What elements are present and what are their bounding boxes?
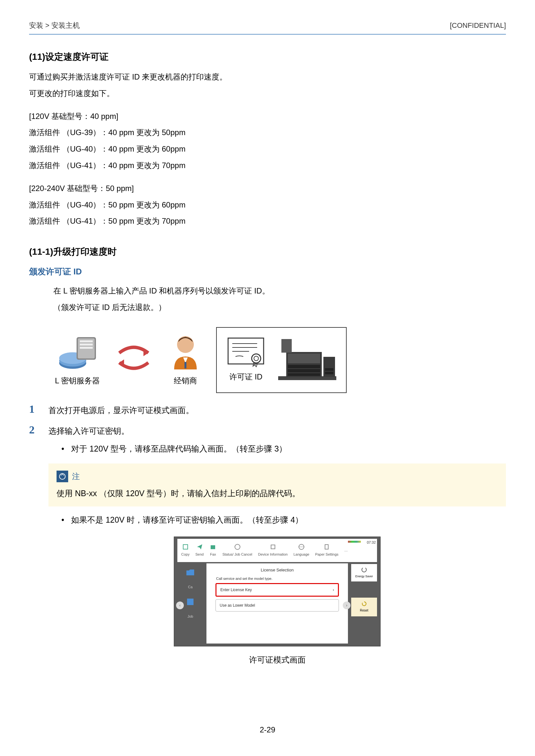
printer-icon: [278, 334, 336, 386]
svg-rect-21: [288, 365, 320, 368]
group-2-header: [220-240V 基础型号：50 ppm]: [29, 182, 506, 195]
section-11-intro-2: 可更改的打印速度如下。: [29, 87, 506, 100]
indent-block: 在 L 密钥服务器上输入产品 ID 和机器序列号以颁发许可证 ID。 （颁发许可…: [29, 284, 506, 314]
svg-rect-36: [187, 598, 193, 605]
note-box: 注 使用 NB-xx （仅限 120V 型号）时，请输入信封上印刷的品牌代码。: [48, 463, 506, 507]
toolbar-send[interactable]: Send: [195, 543, 204, 558]
toolbar-fax[interactable]: Fax: [209, 543, 216, 558]
toolbar-language[interactable]: Language: [293, 543, 309, 558]
certificate-icon: [226, 336, 265, 367]
step-2: 2 选择输入许可证密钥。 • 对于 120V 型号，请移至品牌代码输入画面。（转…: [29, 423, 506, 666]
enter-license-key-button[interactable]: Enter License Key ›: [215, 583, 339, 596]
toolbar-device-info[interactable]: Device Information: [258, 543, 288, 558]
license-label: 许可证 ID: [229, 370, 263, 384]
diagram-dealer: 经销商: [168, 332, 203, 388]
group-1-line-2: 激活组件 （UG-41）：40 ppm 更改为 70ppm: [29, 159, 506, 172]
svg-rect-29: [183, 545, 188, 549]
page-number: 2-29: [0, 723, 535, 737]
section-11-intro-1: 可通过购买并激活速度许可证 ID 来更改机器的打印速度。: [29, 71, 506, 84]
job-icon[interactable]: [185, 596, 195, 607]
step-1: 1 首次打开电源后，显示许可证模式画面。: [29, 403, 506, 417]
license-box: 许可证 ID: [216, 327, 347, 393]
group-1-line-1: 激活组件 （UG-40）：40 ppm 更改为 60ppm: [29, 143, 506, 156]
page-header: 安装 > 安装主机 [CONFIDENTIAL]: [29, 19, 506, 35]
svg-rect-7: [80, 347, 93, 349]
svg-point-31: [235, 544, 240, 549]
screenshot-area: 07:32 Copy Send Fax Status/ Job Cancel D…: [48, 537, 506, 667]
energy-saver-button[interactable]: Energy Saver: [351, 564, 377, 581]
note-label: 注: [72, 470, 80, 483]
reset-button[interactable]: Reset: [351, 597, 377, 616]
svg-point-10: [177, 336, 194, 353]
panel-subtitle: Call service and set the model type.: [207, 576, 348, 582]
step-2-text: 选择输入许可证密钥。: [48, 424, 506, 438]
toolbar-more[interactable]: …: [344, 547, 348, 553]
step-2-bullet-2: • 如果不是 120V 时，请移至许可证密钥输入画面。（转至步骤 4）: [48, 513, 506, 527]
breadcrumb: 安装 > 安装主机: [29, 19, 80, 31]
nav-right-button[interactable]: ›: [343, 601, 351, 609]
use-lower-model-button[interactable]: Use as Lower Model: [215, 599, 339, 612]
section-11-1-title: (11-1)升级打印速度时: [29, 244, 506, 260]
server-icon: [57, 332, 99, 371]
step-2-bullet-2-text: 如果不是 120V 时，请移至许可证密钥输入画面。（转至步骤 4）: [71, 513, 303, 527]
diagram-row: L 密钥服务器 经销商: [29, 327, 506, 393]
issue-license-heading: 颁发许可证 ID: [29, 264, 506, 278]
arrows-icon: [113, 340, 155, 380]
person-icon: [168, 332, 203, 371]
diagram-server: L 密钥服务器: [55, 332, 100, 388]
svg-rect-26: [325, 368, 333, 371]
svg-rect-27: [325, 372, 333, 374]
svg-rect-11: [184, 362, 186, 368]
svg-rect-32: [271, 545, 275, 549]
step-2-num: 2: [29, 423, 48, 437]
section-11-title: (11)设定速度许可证: [29, 49, 506, 65]
confidential-label: [CONFIDENTIAL]: [450, 19, 506, 31]
svg-rect-20: [288, 354, 320, 363]
toolbar-status[interactable]: Status/ Job Cancel: [222, 543, 252, 558]
step-2-bullet-1: • 对于 120V 型号，请移至品牌代码输入画面。（转至步骤 3）: [48, 442, 506, 456]
svg-rect-23: [288, 373, 320, 376]
screenshot-caption: 许可证模式画面: [249, 653, 306, 667]
svg-rect-6: [80, 344, 93, 345]
license-mode-screenshot: 07:32 Copy Send Fax Status/ Job Cancel D…: [174, 537, 380, 647]
side-left-0: Ca: [188, 584, 192, 590]
note-header: 注: [57, 470, 498, 483]
status-color-bar: [348, 541, 361, 543]
step-1-text: 首次打开电源后，显示许可证模式画面。: [48, 403, 506, 417]
side-left-1: Job: [187, 613, 193, 620]
bullet-icon: •: [61, 513, 71, 527]
nav-left-button[interactable]: ‹: [176, 601, 184, 609]
group-2-line-0: 激活组件 （UG-40）：50 ppm 更改为 60ppm: [29, 198, 506, 212]
bullet-icon: •: [61, 442, 71, 456]
toolbar-copy[interactable]: Copy: [181, 543, 190, 558]
folder-icon[interactable]: [185, 567, 195, 578]
indent-line-1: 在 L 密钥服务器上输入产品 ID 和机器序列号以颁发许可证 ID。: [53, 284, 506, 298]
svg-point-17: [254, 356, 259, 361]
svg-rect-24: [281, 339, 292, 353]
svg-rect-22: [288, 369, 320, 372]
note-icon: [57, 471, 68, 482]
dealer-label: 经销商: [174, 374, 197, 388]
group-1-header: [120V 基础型号：40 ppm]: [29, 110, 506, 123]
server-label: L 密钥服务器: [55, 374, 100, 388]
license-panel: License Selection Call service and set t…: [207, 563, 348, 644]
step-1-num: 1: [29, 403, 48, 416]
group-1-line-0: 激活组件 （UG-39）：40 ppm 更改为 50ppm: [29, 126, 506, 139]
svg-rect-5: [80, 340, 93, 342]
clock-text: 07:32: [367, 539, 376, 546]
svg-rect-35: [325, 545, 328, 549]
step-2-bullet-1-text: 对于 120V 型号，请移至品牌代码输入画面。（转至步骤 3）: [71, 442, 287, 456]
group-2-line-1: 激活组件 （UG-41）：50 ppm 更改为 70ppm: [29, 215, 506, 228]
chevron-right-icon: ›: [333, 587, 334, 593]
svg-rect-30: [211, 545, 215, 549]
right-sidebar: Energy Saver Reset: [351, 564, 377, 644]
svg-point-16: [252, 354, 261, 363]
panel-title: License Selection: [207, 563, 348, 576]
step-2-content: 选择输入许可证密钥。 • 对于 120V 型号，请移至品牌代码输入画面。（转至步…: [48, 423, 506, 666]
top-toolbar: Copy Send Fax Status/ Job Cancel Device …: [177, 539, 377, 562]
indent-line-2: （颁发许可证 ID 后无法退款。）: [53, 301, 506, 314]
note-text: 使用 NB-xx （仅限 120V 型号）时，请输入信封上印刷的品牌代码。: [57, 486, 498, 500]
toolbar-paper[interactable]: Paper Settings: [315, 543, 338, 558]
